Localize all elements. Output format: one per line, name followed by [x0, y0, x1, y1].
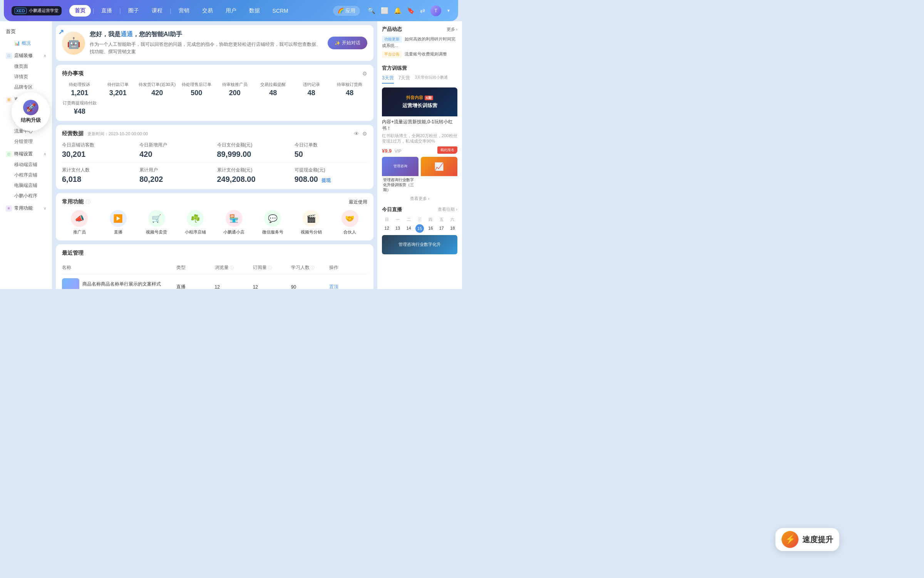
live-history-link[interactable]: 查看往期 › [438, 207, 457, 212]
sidebar-section-header-common[interactable]: ≡ 常用功能 ∨ [0, 203, 52, 214]
nav-item-users[interactable]: 用户 [220, 5, 242, 17]
cal-day-12[interactable]: 12 [382, 224, 392, 233]
nav-item-course[interactable]: 课程 [146, 5, 168, 17]
nav-item-trade[interactable]: 交易 [197, 5, 218, 17]
ai-greeting-prefix: 您好，我是 [90, 31, 121, 37]
biz-orders-value: 50 [295, 150, 367, 159]
cal-day-14[interactable]: 14 [404, 224, 413, 233]
function-miniprogram[interactable]: ☘️ 小程序店铺 [178, 210, 213, 235]
sidebar-item-micropage[interactable]: 微页面 [0, 61, 52, 72]
nav-item-data[interactable]: 数据 [244, 5, 265, 17]
function-xiaopengtong[interactable]: 🏪 小鹏通小店 [217, 210, 251, 235]
biz-metrics-row2: 累计支付人数 6,018 累计用户 80,202 累计支付金额(元) 249,2… [62, 167, 367, 184]
cal-day-18[interactable]: 18 [448, 224, 457, 233]
training-main-card[interactable]: 抖音内容 5期 运营增长训练营 内容+流量运营新技能,0-1玩转小红书！ 红书职… [382, 87, 457, 153]
ai-btn-icon: ✨ [335, 40, 340, 46]
todo-complaints-label: 待处理投诉 [62, 82, 97, 87]
sidebar-item-pc-store[interactable]: 电脑端店铺 [0, 180, 52, 191]
todo-item-pending-ship[interactable]: 待发货订单(近30天) 420 [139, 82, 176, 97]
product-updates-more[interactable]: 更多 › [447, 27, 457, 32]
video-sales-icon: 🛒 [148, 210, 165, 227]
biz-settings-icon[interactable]: ⚙ [362, 131, 367, 137]
nav-item-circle[interactable]: 圈子 [123, 5, 144, 17]
ai-banner: 🤖 ↗ 您好，我是通通，您的智能AI助手 作为一个人工智能助手，我可以回答您的问… [56, 25, 373, 61]
functions-section: 常用功能 ⓘ 最近使用 📣 推广员 ▶️ 直播 🛒 视频号卖货 [56, 193, 373, 240]
logo-xed-badge: XED [15, 8, 27, 14]
sidebar-item-brand[interactable]: 品牌专区 [0, 82, 52, 92]
todo-item-violations[interactable]: 违约记录 48 [294, 82, 329, 97]
biz-update-time: 更新时间：2023-10-20 00:00:00 [87, 131, 148, 137]
action-pin-top[interactable]: 置顶 [329, 284, 338, 289]
function-wechat-service[interactable]: 💬 微信服务号 [255, 210, 290, 235]
sidebar-section-header-store[interactable]: □ 店铺装修 ∧ [0, 50, 52, 61]
mini-card-1[interactable]: 管理咨询 管理咨询行业数字化升级训练营（三期） [382, 157, 418, 193]
cal-header-sun: 日 [382, 216, 392, 223]
function-live[interactable]: ▶️ 直播 [100, 210, 135, 235]
todo-item-complaints[interactable]: 待处理投诉 1,201 [62, 82, 97, 97]
sidebar: 首页 📊概况 □ 店铺装修 ∧ 微页面 详情页 品牌专区 ⊞ 资源管理 [0, 21, 52, 289]
switch-icon[interactable]: ⇄ [420, 7, 425, 14]
withdraw-link[interactable]: 提现 [321, 178, 331, 183]
row-views: 12 [215, 284, 253, 289]
nav-apps-label: 应用 [345, 7, 355, 14]
live-thumbnail[interactable]: 管理咨询行业数字化升 [382, 235, 457, 254]
function-promoter[interactable]: 📣 推广员 [62, 210, 97, 235]
biz-eye-icon[interactable]: 👁 [354, 131, 359, 137]
update-item-2[interactable]: 平台公告 流量账号收费规则调整 [382, 51, 457, 58]
nav-apps-button[interactable]: 🌈 应用 [333, 6, 360, 16]
biz-visitors: 今日店铺访客数 30,201 [62, 142, 135, 159]
training-tab-intro[interactable]: 3天带你玩转小鹏通 [415, 75, 448, 84]
functions-help-icon[interactable]: ⓘ [86, 199, 90, 205]
sidebar-item-miniprogram-store[interactable]: 小程序店铺 [0, 170, 52, 180]
ai-mascot: 🤖 ↗ [62, 32, 85, 55]
function-video-distribution[interactable]: 🎬 视频号分销 [294, 210, 328, 235]
row-subscriptions: 12 [253, 284, 291, 289]
update-item-1[interactable]: 功能更新 如何高效的利用碎片时间完成系统... [382, 36, 457, 49]
training-tab-7day[interactable]: 7天营 [398, 75, 410, 84]
todo-item-aftersale[interactable]: 待处理售后订单 500 [179, 82, 214, 97]
cal-day-17[interactable]: 17 [437, 224, 446, 233]
video-distribution-label: 视频号分销 [294, 229, 328, 235]
sidebar-item-detail[interactable]: 详情页 [0, 72, 52, 82]
bookmark-icon[interactable]: 🔖 [407, 7, 415, 14]
wechat-service-icon: 💬 [264, 210, 281, 227]
function-video-sales[interactable]: 🛒 视频号卖货 [139, 210, 174, 235]
biz-metrics-row1: 今日店铺访客数 30,201 今日新增用户 420 今日支付金额(元) 89,9… [62, 142, 367, 159]
cal-day-15-today[interactable]: 15 [415, 224, 424, 233]
cal-day-16[interactable]: 16 [426, 224, 435, 233]
ai-title: 您好，我是通通，您的智能AI助手 [90, 30, 323, 39]
mini-card-2[interactable]: 📈 [421, 157, 457, 193]
nav-items: 首页 | 直播 | 圈子 课程 | 营销 交易 用户 数据 SCRM [69, 5, 333, 17]
nav-item-marketing[interactable]: 营销 [173, 5, 195, 17]
todo-settings-icon[interactable]: ⚙ [362, 71, 367, 77]
nav-item-live[interactable]: 直播 [96, 5, 117, 17]
sidebar-section-header-terminal[interactable]: □ 终端设置 ∧ [0, 148, 52, 160]
search-icon[interactable]: 🔍 [368, 7, 375, 14]
todo-item-trade-remind[interactable]: 交易拉截提醒 48 [256, 82, 291, 97]
todo-item-pending-payment[interactable]: 待付款订单 3,201 [100, 82, 135, 97]
user-avatar[interactable]: T [430, 5, 441, 16]
training-register-btn[interactable]: 截此报名 [437, 146, 457, 154]
todo-merchant-payment-value: ¥48 [62, 108, 97, 116]
cal-day-13[interactable]: 13 [393, 224, 402, 233]
todo-item-merchant[interactable]: 待审核订货商 48 [332, 82, 368, 97]
todo-item-merchant-payment[interactable]: 订货商提现待付款 ¥48 [62, 100, 97, 116]
sidebar-item-group[interactable]: 分组管理 [0, 136, 52, 147]
sidebar-item-mobile-store[interactable]: 移动端店铺 [0, 160, 52, 170]
sidebar-title: 首页 [0, 25, 52, 38]
sidebar-item-overview[interactable]: 📊概况 [0, 38, 52, 49]
sidebar-item-xiaopeng-mp[interactable]: 小鹏小程序 [0, 191, 52, 201]
ai-start-chat-button[interactable]: ✨ 开始对话 [328, 37, 367, 49]
training-view-more[interactable]: 查看更多 › [382, 196, 457, 202]
todo-item-promoter[interactable]: 待审核推广员 200 [217, 82, 252, 97]
windows-icon[interactable]: ⬜ [381, 7, 388, 14]
nav-item-home[interactable]: 首页 [69, 5, 91, 17]
nav-item-scrm[interactable]: SCRM [267, 5, 294, 16]
logo-area[interactable]: XED 小鹏通运营学堂 [12, 6, 62, 15]
notification-icon[interactable]: 🔔 [394, 7, 402, 14]
avatar-chevron[interactable]: ▼ [447, 8, 450, 13]
biz-title-area: 经营数据 更新时间：2023-10-20 00:00:00 [62, 130, 148, 137]
function-partner[interactable]: 🤝 合伙人 [333, 210, 367, 235]
upgrade-badge[interactable]: 🚀 结构升级 [12, 92, 50, 131]
training-tab-3day[interactable]: 3天营 [382, 75, 394, 84]
